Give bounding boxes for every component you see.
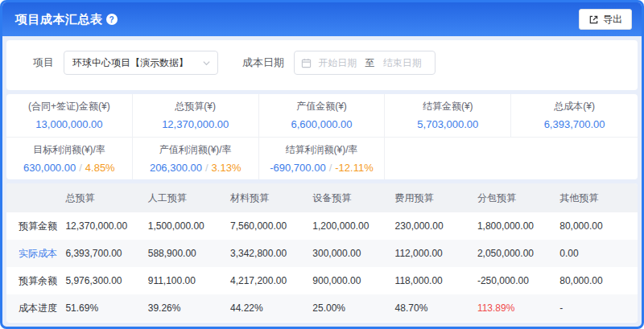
table-cell: 5,976,300.00: [60, 267, 142, 294]
table-cell: 1,800,000.00: [473, 212, 555, 240]
help-icon[interactable]: ?: [106, 14, 118, 25]
column-header-other-budget: 其他预算: [555, 183, 638, 212]
table-cell: 1,500,000.00: [143, 212, 225, 240]
table-cell: 900,000.00: [308, 267, 390, 294]
start-date-placeholder: 开始日期: [312, 56, 364, 70]
summary-card-output-amount: 产值金额(¥) 6,600,000.00: [259, 94, 386, 137]
summary-value: 630,000.00: [23, 162, 76, 174]
summary-row-1: (合同+签证)金额(¥) 13,000,000.00 总预算(¥) 12,370…: [6, 94, 638, 138]
table-cell: 4,217,200.00: [225, 267, 308, 294]
cost-summary-window: 项目成本汇总表 ? 导出 项目 环球中心项目【演示数据】: [0, 0, 644, 329]
summary-label: 产值金额(¥): [296, 100, 347, 113]
table-cell: -: [555, 294, 638, 322]
column-header-material-budget: 材料预算: [225, 183, 308, 212]
table-cell: 3,342,800.00: [225, 240, 308, 267]
table-cell: 25.00%: [308, 294, 390, 322]
summary-panel: (合同+签证)金额(¥) 13,000,000.00 总预算(¥) 12,370…: [6, 94, 638, 179]
row-label: 成本进度: [6, 294, 60, 322]
date-range-separator: 至: [364, 56, 377, 70]
end-date-placeholder: 结束日期: [377, 56, 429, 70]
summary-value: -690,700.00: [270, 162, 325, 174]
summary-card-total-cost: 总成本(¥) 6,393,700.00: [511, 94, 638, 137]
table-cell: 51.69%: [60, 294, 142, 322]
summary-card-target-profit: 目标利润额(¥)/率 630,000.00 / 4.85%: [6, 138, 133, 180]
table-cell: 7,560,000.00: [225, 212, 308, 240]
table-header-row: 总预算 人工预算 材料预算 设备预算 费用预算 分包预算 其他预算: [6, 183, 638, 212]
value-rate-separator: /: [329, 162, 332, 174]
project-filter-label: 项目: [33, 56, 54, 70]
row-label: 预算余额: [6, 267, 60, 294]
summary-label: 总预算(¥): [175, 100, 216, 113]
filter-row: 项目 环球中心项目【演示数据】 成本日期: [33, 51, 638, 75]
project-select[interactable]: 环球中心项目【演示数据】: [64, 51, 218, 75]
column-header-total-budget: 总预算: [60, 183, 142, 212]
summary-card-contract-amount: (合同+签证)金额(¥) 13,000,000.00: [6, 94, 133, 137]
summary-value: 5,703,000.00: [417, 118, 478, 130]
summary-label: (合同+签证)金额(¥): [28, 100, 110, 113]
table-cell: 1,200,000.00: [308, 212, 390, 240]
summary-label: 目标利润额(¥)/率: [33, 143, 105, 157]
table-row-budget-balance: 预算余额 5,976,300.00 911,100.00 4,217,200.0…: [6, 267, 638, 294]
titlebar: 项目成本汇总表 ? 导出: [2, 2, 642, 36]
table-cell: 230,000.00: [390, 212, 473, 240]
table-cell: 6,393,700.00: [60, 240, 142, 267]
column-header-expense-budget: 费用预算: [390, 183, 473, 212]
table-cell: 44.22%: [225, 294, 308, 322]
filter-panel: 项目 环球中心项目【演示数据】 成本日期: [6, 40, 638, 90]
budget-table-panel: 总预算 人工预算 材料预算 设备预算 费用预算 分包预算 其他预算 预算金额 1…: [6, 183, 638, 323]
table-cell: 911,100.00: [143, 267, 225, 294]
summary-label: 产值利润额(¥)/率: [159, 143, 232, 157]
table-cell: -250,000.00: [473, 267, 555, 294]
table-cell: 39.26%: [143, 294, 225, 322]
summary-row-2: 目标利润额(¥)/率 630,000.00 / 4.85% 产值利润额(¥)/率…: [6, 138, 638, 180]
calendar-icon: [301, 58, 312, 68]
export-button[interactable]: 导出: [579, 9, 632, 30]
export-button-label: 导出: [603, 13, 622, 27]
actual-cost-link[interactable]: 实际成本: [6, 240, 60, 267]
table-cell: 80,000.00: [555, 212, 638, 240]
chevron-down-icon: [202, 59, 211, 68]
column-header-rowlabel: [6, 183, 60, 212]
table-row-budget-amount: 预算金额 12,370,000.00 1,500,000.00 7,560,00…: [6, 212, 638, 240]
summary-value: 6,393,700.00: [544, 118, 605, 130]
column-header-subcontract-budget: 分包预算: [473, 183, 555, 212]
summary-value: 12,370,000.00: [162, 118, 229, 130]
table-cell: 2,050,000.00: [473, 240, 555, 267]
summary-card-settlement-amount: 结算金额(¥) 5,703,000.00: [385, 94, 511, 137]
summary-value: 6,600,000.00: [291, 118, 353, 130]
summary-value: 206,300.00: [150, 162, 202, 174]
value-rate-separator: /: [205, 162, 208, 174]
table-row-cost-progress: 成本进度 51.69% 39.26% 44.22% 25.00% 48.70% …: [6, 294, 638, 322]
cost-date-filter-label: 成本日期: [242, 56, 284, 70]
table-cell: 588,900.00: [143, 240, 225, 267]
table-row-actual-cost: 实际成本 6,393,700.00 588,900.00 3,342,800.0…: [6, 240, 638, 267]
summary-value: 13,000,000.00: [35, 118, 102, 130]
table-cell: 12,370,000.00: [60, 212, 142, 240]
table-cell: 112,000.00: [390, 240, 473, 267]
summary-rate: -12.11%: [335, 162, 373, 174]
table-cell: 48.70%: [390, 294, 473, 322]
over-budget-progress-cell: 113.89%: [473, 294, 555, 322]
table-cell: 0.00: [555, 240, 638, 267]
summary-label: 总成本(¥): [554, 100, 595, 113]
page-title: 项目成本汇总表: [15, 12, 103, 27]
summary-card-output-profit: 产值利润额(¥)/率 206,300.00 / 3.13%: [133, 138, 259, 180]
summary-label: 结算金额(¥): [423, 100, 473, 113]
summary-rate: 4.85%: [85, 162, 115, 174]
summary-card-total-budget: 总预算(¥) 12,370,000.00: [133, 94, 259, 137]
page-body: 项目 环球中心项目【演示数据】 成本日期: [2, 36, 642, 327]
row-label: 预算金额: [6, 212, 60, 240]
table-cell: 80,000.00: [555, 267, 638, 294]
summary-empty-space: [385, 138, 638, 180]
summary-card-settlement-profit: 结算利润额(¥)/率 -690,700.00 / -12.11%: [259, 138, 386, 180]
project-select-value: 环球中心项目【演示数据】: [72, 56, 188, 70]
table-cell: 118,000.00: [390, 267, 473, 294]
value-rate-separator: /: [79, 162, 82, 174]
summary-rate: 3.13%: [212, 162, 242, 174]
date-range-input[interactable]: 开始日期 至 结束日期: [294, 51, 436, 75]
column-header-equipment-budget: 设备预算: [308, 183, 390, 212]
table-cell: 300,000.00: [308, 240, 390, 267]
summary-label: 结算利润额(¥)/率: [285, 143, 357, 157]
budget-table: 总预算 人工预算 材料预算 设备预算 费用预算 分包预算 其他预算 预算金额 1…: [6, 183, 638, 322]
column-header-labor-budget: 人工预算: [143, 183, 225, 212]
